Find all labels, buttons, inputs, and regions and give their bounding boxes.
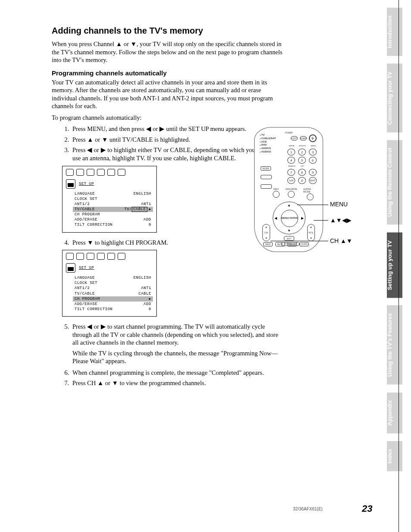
- chapter-tabs: Introduction Connecting your TV Using th…: [387, 8, 402, 479]
- osd-title: SET UP: [79, 266, 94, 270]
- tv-icon: [66, 263, 75, 273]
- callout-ch: CH ▲▼: [330, 237, 352, 244]
- osd-title: SET UP: [79, 182, 94, 186]
- step: Press CH ▲ or ▼ to view the programmed c…: [71, 379, 284, 387]
- tab-remote: Using the Remote Control: [387, 140, 402, 224]
- sleep-button: SLEEP: [300, 136, 307, 140]
- steps-list: Press MENU, and then press ◀ or ▶ until …: [71, 125, 284, 162]
- enter-button: [261, 184, 272, 189]
- osd-setup-figure-1: SET UP LANGUAGEENGLISH CLOCK SET ANT1/2A…: [62, 166, 157, 233]
- osd-tab-icons: [66, 253, 153, 260]
- tab-appendix: Appendix: [387, 392, 402, 433]
- section-intro: Your TV can automatically detect all act…: [52, 78, 284, 110]
- dpad: ▲ ▼ ◀ ▶ MENU/ ENTER: [273, 202, 305, 234]
- step: Press ▲ or ▼ until TV/CABLE is highlight…: [71, 136, 284, 144]
- step: Press MENU, and then press ◀ or ▶ until …: [71, 125, 284, 133]
- footer-model: 32/36AFX61(E): [293, 507, 323, 511]
- tab-connecting: Connecting your TV: [387, 64, 402, 133]
- light-button: LIGHT: [291, 136, 298, 140]
- steps-list: Press ▼ to highlight CH PROGRAM.: [71, 239, 284, 247]
- osd-tab-icons: [66, 169, 153, 176]
- device-list: TV CABLE/SAT VCR DVD AUDIO1 AUDIO2: [260, 134, 276, 154]
- intro-paragraph: When you press Channel ▲ or ▼, your TV w…: [52, 40, 284, 64]
- page-number: 23: [362, 503, 372, 514]
- mid-row: INFO FAVORITE ALPHA MODE: [273, 188, 318, 200]
- volume-rocker: ▲VOL▼: [307, 224, 315, 241]
- tab-features: Using the TV's Features: [387, 305, 402, 385]
- reset-button: [261, 175, 272, 179]
- step: Press ◀ or ▶ to highlight either TV or C…: [71, 146, 284, 162]
- power-button: ⏻: [309, 134, 317, 142]
- page-title: Adding channels to the TV's memory: [52, 26, 284, 36]
- channel-rocker: ▲CH▼: [262, 224, 270, 241]
- tab-introduction: Introduction: [387, 8, 402, 56]
- menu-enter-button: MENU/ ENTER: [281, 210, 298, 227]
- steps-list: Press ◀ or ▶ to start channel programmin…: [71, 323, 284, 387]
- step: When channel programming is complete, th…: [71, 369, 284, 377]
- step: Press ▼ to highlight CH PROGRAM.: [71, 239, 284, 247]
- tab-index: Index: [387, 441, 402, 471]
- callout-menu: MENU: [330, 201, 348, 208]
- section-heading: Programming channels automatically: [52, 69, 284, 77]
- exit-button: EXIT: [284, 236, 294, 241]
- step: Press ◀ or ▶ to start channel programmin…: [71, 323, 284, 365]
- mode-button: MODE: [261, 166, 271, 171]
- number-pad: MOVIESPORTSNEWS 123 456 SEARCHLIST 789 1…: [287, 145, 318, 184]
- page-rule: [399, 0, 399, 532]
- tv-icon: [66, 179, 75, 189]
- bottom-row: INPUT MUTE RECALL CH RTN: [263, 242, 309, 246]
- remote-control-figure: TV CABLE/SAT VCR DVD AUDIO1 AUDIO2 LIGHT…: [254, 127, 323, 252]
- lead-sentence: To program channels automatically:: [52, 114, 284, 122]
- callout-arrows: ▲▼◀▶: [330, 217, 352, 224]
- tab-setting-up: Setting up your TV: [387, 233, 402, 298]
- osd-setup-figure-2: SET UP LANGUAGEENGLISH CLOCK SET ANT1/2A…: [62, 250, 157, 317]
